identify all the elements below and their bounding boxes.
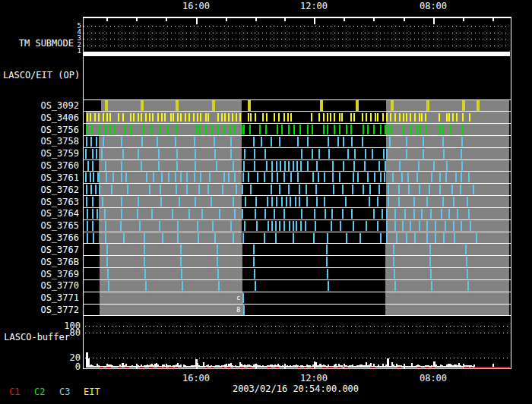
tick-OS_3765 [470, 221, 471, 231]
tick-OS_3756 [217, 125, 219, 134]
tick-OS_3761 [168, 172, 169, 182]
tick-OS_3770 [467, 281, 469, 291]
tick-OS_3761 [234, 172, 236, 182]
buffer-gridline [85, 333, 509, 333]
tick-OS_3760 [316, 161, 318, 171]
red-baseline-dash [425, 367, 429, 368]
tick-OS_3763 [92, 197, 93, 207]
tick-OS_3406 [311, 113, 312, 122]
tick-OS_376B [180, 257, 182, 267]
tick-OS_3406 [197, 113, 198, 122]
tick-OS_3763 [286, 197, 287, 207]
tick-OS_3765 [177, 221, 179, 231]
tick-OS_3763 [453, 197, 454, 207]
tick-OS_3763 [369, 197, 370, 207]
tick-OS_3756 [293, 125, 295, 134]
tick-OS_3761 [332, 172, 334, 182]
tick-OS_3760 [378, 161, 380, 171]
tick-OS_3761 [445, 172, 447, 182]
gray-block-OS_3766 [386, 232, 509, 244]
tick-OS_3762 [460, 185, 461, 194]
gray-block-OS_3770 [100, 280, 242, 292]
tick-OS_3763 [398, 197, 400, 207]
tick-OS_3759 [406, 149, 407, 159]
tick-OS_3759 [365, 149, 366, 159]
tick-OS_3766 [162, 233, 163, 243]
tick-OS_3406 [205, 113, 207, 122]
tick-OS_3762 [95, 185, 97, 194]
tick-OS_3766 [105, 233, 106, 243]
tick-OS_3761 [228, 172, 230, 182]
tick-OS_3406 [330, 113, 331, 122]
tick-OS_3756 [299, 125, 301, 134]
row-char-OS_3772: 8 [236, 306, 242, 314]
tick-OS_3760 [433, 161, 435, 171]
tick-OS_3762 [398, 185, 400, 194]
tick-OS_3758 [157, 137, 158, 147]
red-baseline-dash [298, 367, 300, 368]
tick-OS_3765 [275, 221, 277, 231]
tick-OS_3765 [139, 221, 141, 231]
tick-OS_3770 [145, 281, 147, 291]
tick-OS_3765 [256, 221, 258, 231]
top-hour-tick [226, 17, 227, 21]
tick-OS_3092 [356, 100, 359, 111]
tick-OS_376B [393, 257, 394, 267]
tick-OS_3760 [243, 161, 245, 171]
tick-OS_3762 [352, 185, 353, 194]
tick-OS_3761 [318, 172, 319, 182]
tick-OS_3758 [406, 137, 407, 147]
tick-OS_3767 [253, 245, 255, 254]
tick-OS_3764 [373, 209, 375, 219]
tick-OS_3406 [122, 113, 124, 122]
tick-OS_3406 [180, 113, 182, 122]
tick-OS_3756 [259, 125, 261, 134]
tick-OS_3092 [212, 100, 215, 111]
tick-OS_3092 [141, 100, 144, 111]
tick-OS_3760 [280, 161, 281, 171]
tick-OS_3766 [454, 233, 455, 243]
tick-OS_3765 [419, 221, 420, 231]
tick-OS_3761 [367, 172, 369, 182]
tick-OS_3761 [283, 172, 285, 182]
top-hour-tick [314, 17, 315, 24]
tick-OS_3761 [90, 172, 91, 182]
tick-OS_3765 [244, 221, 245, 231]
row-label-OS_3760: OS_3760 [18, 160, 79, 171]
row-label-OS_3765: OS_3765 [18, 220, 79, 231]
tick-OS_3758 [121, 137, 122, 147]
tick-OS_3763 [211, 197, 212, 207]
row-label-OS_3759: OS_3759 [18, 148, 79, 159]
tick-OS_3764 [92, 209, 93, 219]
tick-OS_3765 [268, 221, 269, 231]
tick-OS_3761 [242, 172, 244, 182]
tick-OS_3761 [374, 172, 375, 182]
tick-OS_3763 [442, 197, 444, 207]
tick-OS_3764 [413, 209, 415, 219]
red-baseline-dash [149, 367, 154, 368]
tick-OS_3764 [172, 209, 173, 219]
tick-OS_3406 [262, 113, 264, 122]
tick-OS_3762 [439, 185, 441, 194]
tick-OS_3760 [307, 161, 309, 171]
tick-OS_3406 [149, 113, 150, 122]
red-baseline-dash [417, 367, 421, 368]
red-baseline-dash [470, 367, 473, 368]
gray-block-OS_376B [385, 256, 509, 267]
tick-OS_3406 [290, 113, 292, 122]
row-label-OS_3766: OS_3766 [18, 232, 79, 243]
tick-OS_376B [429, 257, 431, 267]
tick-OS_3758 [253, 137, 255, 147]
tick-OS_3406 [421, 113, 423, 122]
red-baseline-dash [344, 367, 348, 368]
tick-OS_3764 [87, 209, 88, 219]
tick-OS_3766 [242, 233, 244, 243]
tick-OS_3761 [85, 172, 87, 182]
tick-OS_3406 [350, 113, 352, 122]
tick-OS_3760 [92, 161, 93, 171]
tick-OS_3760 [332, 161, 334, 171]
tick-OS_3761 [248, 172, 249, 182]
tick-OS_3092 [105, 100, 108, 111]
tick-OS_3763 [160, 197, 162, 207]
row-char-OS_3771: c [236, 294, 242, 301]
